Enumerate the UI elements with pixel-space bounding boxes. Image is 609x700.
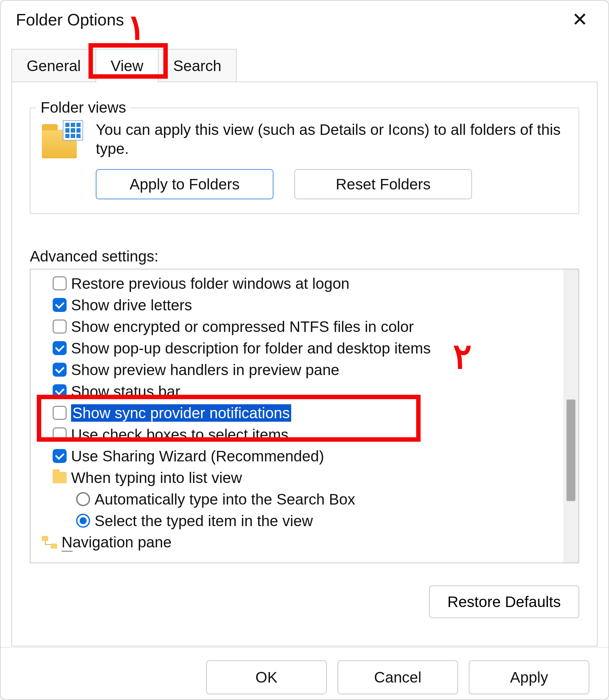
- scrollbar[interactable]: [563, 269, 578, 563]
- setting-label: Automatically type into the Search Box: [94, 491, 355, 508]
- setting-checkboxes[interactable]: Use check boxes to select items: [42, 424, 558, 445]
- apply-to-folders-button[interactable]: Apply to Folders: [96, 169, 274, 199]
- folder-icon: [53, 472, 67, 483]
- annotation-number-1: ۱: [127, 7, 145, 48]
- setting-popup-desc[interactable]: Show pop-up description for folder and d…: [42, 337, 558, 359]
- checkbox-icon[interactable]: [53, 276, 67, 290]
- setting-status-bar[interactable]: Show status bar: [42, 380, 558, 402]
- close-icon[interactable]: ✕: [569, 10, 591, 29]
- tab-general[interactable]: General: [12, 49, 96, 82]
- setting-restore-previous[interactable]: Restore previous folder windows at logon: [42, 273, 558, 294]
- folder-views-group: Folder views You can apply this view (su…: [30, 107, 579, 214]
- advanced-settings-label: Advanced settings:: [30, 247, 579, 265]
- checkbox-icon[interactable]: [53, 406, 67, 420]
- tabs: General View Search: [12, 48, 597, 82]
- setting-ntfs-color[interactable]: Show encrypted or compressed NTFS files …: [42, 316, 558, 337]
- tab-view[interactable]: View: [95, 49, 159, 83]
- apply-button[interactable]: Apply: [469, 660, 589, 694]
- setting-label: Restore previous folder windows at logon: [71, 275, 350, 292]
- reset-folders-button[interactable]: Reset Folders: [294, 169, 472, 199]
- cancel-button[interactable]: Cancel: [337, 660, 458, 694]
- setting-sync-provider[interactable]: Show sync provider notifications: [42, 402, 558, 424]
- setting-typing-group: When typing into list view: [42, 467, 558, 488]
- setting-label: Use Sharing Wizard (Recommended): [71, 447, 324, 465]
- setting-label: Show status bar: [71, 383, 180, 400]
- restore-defaults-button[interactable]: Restore Defaults: [429, 585, 579, 618]
- radio-icon[interactable]: [76, 492, 90, 506]
- setting-label: When typing into list view: [71, 469, 242, 486]
- setting-typing-search[interactable]: Automatically type into the Search Box: [42, 488, 558, 510]
- tree-icon: [42, 536, 57, 549]
- setting-drive-letters[interactable]: Show drive letters: [42, 294, 558, 316]
- checkbox-icon[interactable]: [53, 363, 67, 377]
- annotation-number-2: ۲: [453, 336, 472, 377]
- folder-views-description: You can apply this view (such as Details…: [96, 120, 567, 158]
- checkbox-icon[interactable]: [53, 427, 67, 441]
- setting-label: Use check boxes to select items: [71, 426, 289, 443]
- checkbox-icon[interactable]: [53, 298, 67, 312]
- checkbox-icon[interactable]: [53, 449, 67, 463]
- tab-search[interactable]: Search: [158, 49, 237, 82]
- setting-typing-select[interactable]: Select the typed item in the view: [42, 510, 558, 531]
- folder-options-dialog: Folder Options ✕ ۱ General View Search F…: [0, 0, 609, 700]
- scrollbar-thumb[interactable]: [567, 399, 575, 501]
- advanced-settings-list: Restore previous folder windows at logon…: [30, 269, 579, 563]
- setting-label: Show preview handlers in preview pane: [71, 361, 340, 379]
- folder-views-legend: Folder views: [36, 99, 130, 116]
- radio-icon[interactable]: [76, 514, 90, 528]
- folder-views-icon: [42, 120, 83, 158]
- setting-label: Select the typed item in the view: [94, 512, 313, 530]
- tab-view-panel: Folder views You can apply this view (su…: [12, 82, 597, 646]
- setting-label: Show pop-up description for folder and d…: [71, 340, 431, 357]
- dialog-footer: OK Cancel Apply: [1, 647, 608, 700]
- dialog-title: Folder Options: [16, 10, 124, 29]
- setting-navigation-pane: Navigation pane: [42, 531, 558, 553]
- checkbox-icon[interactable]: [53, 320, 67, 334]
- setting-preview-handlers[interactable]: Show preview handlers in preview pane: [42, 359, 558, 380]
- checkbox-icon[interactable]: [53, 341, 67, 355]
- titlebar: Folder Options ✕: [1, 1, 608, 36]
- setting-label: Navigation pane: [62, 533, 172, 551]
- setting-label: Show encrypted or compressed NTFS files …: [71, 318, 414, 336]
- setting-label: Show drive letters: [71, 296, 192, 314]
- setting-sharing-wizard[interactable]: Use Sharing Wizard (Recommended): [42, 445, 558, 467]
- setting-label: Show sync provider notifications: [71, 404, 291, 422]
- checkbox-icon[interactable]: [53, 384, 67, 398]
- ok-button[interactable]: OK: [206, 660, 327, 694]
